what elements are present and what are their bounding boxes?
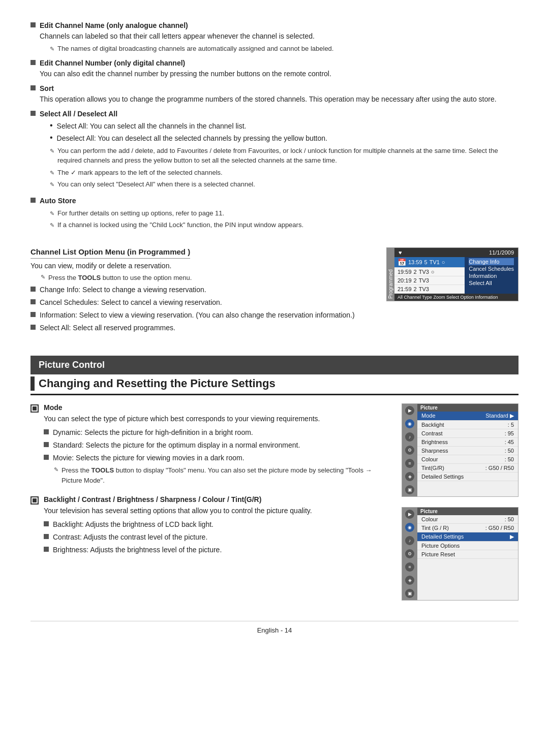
row-value-mode: Standard ▶ xyxy=(485,413,514,419)
list-item: Backlight: Adjusts the brightness of LCD… xyxy=(44,519,386,530)
tv-type-2: TV3 xyxy=(419,269,429,275)
note-item: ✎ The names of digital broadcasting chan… xyxy=(50,44,518,54)
sub-text: Select All: You can select all the chann… xyxy=(57,121,247,132)
tv-ch-4: 2 xyxy=(414,286,417,292)
note-icon: ✎ xyxy=(41,274,45,280)
note-item: ✎ If a channel is locked using the "Chil… xyxy=(50,220,518,230)
picture-menu-images: ▶ ◉ ♪ ⚙ ≡ ◈ ▣ Picture Mode Standard ▶ Ba… xyxy=(402,403,518,601)
row2-label-reset: Picture Reset xyxy=(421,551,455,557)
tv-date: 11/1/2009 xyxy=(489,249,514,256)
list-item: Auto Store ✎ For further details on sett… xyxy=(30,196,518,232)
item-text: Cancel Schedules: Select to cancel a vie… xyxy=(40,297,371,308)
picture-menu-1: ▶ ◉ ♪ ⚙ ≡ ◈ ▣ Picture Mode Standard ▶ Ba… xyxy=(402,403,518,497)
note-text: You can only select "Deselect All" when … xyxy=(57,179,518,190)
row-label-sharpness: Sharpness xyxy=(421,448,448,454)
tv-ch-1: 5 xyxy=(424,259,428,265)
sidebar-icon-5: ≡ xyxy=(405,459,414,468)
tv-type-4: TV3 xyxy=(419,286,429,292)
tv-time-2: 19:59 xyxy=(398,269,412,275)
picture-menu2-row-options: Picture Options xyxy=(417,542,518,550)
top-section: Edit Channel Name (only analogue channel… xyxy=(30,20,518,232)
row2-label-detailed: Detailed Settings xyxy=(421,533,464,540)
item-body: This operation allows you to change the … xyxy=(40,95,497,103)
note-icon: ✎ xyxy=(50,147,54,155)
row-value-backlight: : 5 xyxy=(508,422,514,428)
note-text: The names of digital broadcasting channe… xyxy=(57,44,518,54)
section-subtitle: Channel List Option Menu (in Programmed … xyxy=(30,247,190,259)
picture-control-text: Mode You can select the type of picture … xyxy=(30,403,386,601)
note-icon: ✎ xyxy=(54,466,58,473)
bullet-icon xyxy=(30,198,36,203)
item-text: Information: Select to view a viewing re… xyxy=(40,310,371,321)
row-value-colour: : 50 xyxy=(505,456,514,462)
list-item: Edit Channel Number (only digital channe… xyxy=(30,58,518,79)
item-text: Standard: Selects the picture for the op… xyxy=(53,440,386,451)
backlight-title: Backlight / Contrast / Brightness / Shar… xyxy=(44,495,386,503)
menu-item-cancel: Cancel Schedules xyxy=(469,265,514,272)
sidebar-icon-3: ♪ xyxy=(405,432,414,442)
bullet-icon xyxy=(44,547,49,552)
row2-label-tint: Tint (G / R) xyxy=(421,525,449,531)
row2-label-colour: Colour xyxy=(421,516,438,522)
list-item: Cancel Schedules: Select to cancel a vie… xyxy=(30,297,371,308)
mode-intro: You can select the type of picture which… xyxy=(44,414,386,424)
bullet-icon xyxy=(30,312,36,317)
note-icon: ✎ xyxy=(50,169,54,177)
sidebar2-icon-2: ◉ xyxy=(405,523,414,532)
mode-content: Mode You can select the type of picture … xyxy=(44,403,386,487)
item-text: Change Info: Select to change a viewing … xyxy=(40,285,371,295)
dot-icon: • xyxy=(50,134,53,142)
tv-context-menu: Change Info Cancel Schedules Information… xyxy=(465,257,518,294)
row-label-contrast: Contrast xyxy=(421,430,443,436)
sidebar2-icon-7: ▣ xyxy=(405,589,414,598)
bullet-icon xyxy=(30,22,36,27)
changing-header-block: Changing and Resetting the Picture Setti… xyxy=(30,376,518,395)
bullet-icon xyxy=(44,521,49,526)
page-footer: English - 14 xyxy=(30,621,518,634)
list-item: Select All / Deselect All • Select All: … xyxy=(30,109,518,192)
sub-bullet: • Deselect All: You can deselect all the… xyxy=(50,133,518,144)
tv-type-3: TV3 xyxy=(419,277,429,284)
sidebar-icon-6: ◈ xyxy=(405,472,414,481)
channel-list-tv-image: Programmed ♥ 11/1/2009 📅 13:59 5 TV1 xyxy=(386,247,518,336)
tv-channel-list: 📅 13:59 5 TV1 ○ 19:59 2 TV3 ○ xyxy=(394,257,465,294)
tv-ui-date-row: ♥ 11/1/2009 xyxy=(394,248,518,257)
checkbox-icon-backlight xyxy=(30,496,39,505)
picture-menu2-row-tint: Tint (G / R) : G50 / R50 xyxy=(417,524,518,532)
tv-time-1: 13:59 xyxy=(408,259,422,265)
sidebar2-icon-4: ⚙ xyxy=(405,549,414,558)
sidebar-icon-1: ▶ xyxy=(405,406,414,415)
menu-item-change: Change Info xyxy=(469,258,514,265)
tv-ui-content: ♥ 11/1/2009 📅 13:59 5 TV1 ○ xyxy=(394,248,518,301)
sidebar2-icon-5: ≡ xyxy=(405,562,414,572)
item-text: Select All: Select all reserved programm… xyxy=(40,323,371,333)
tv-time-4: 21:59 xyxy=(398,286,412,292)
tv-row-4: 21:59 2 TV3 xyxy=(394,285,465,294)
tv-row-2: 19:59 2 TV3 ○ xyxy=(394,268,465,276)
channel-list-section: Channel List Option Menu (in Programmed … xyxy=(30,247,518,336)
tv-ch-3: 2 xyxy=(414,277,417,284)
item-text: Contrast: Adjusts the contrast level of … xyxy=(53,532,386,543)
row2-value-detailed: ▶ xyxy=(510,533,514,540)
changing-header: Changing and Resetting the Picture Setti… xyxy=(39,377,276,390)
list-item: Brightness: Adjusts the brightness level… xyxy=(44,545,386,555)
row2-value-colour: : 50 xyxy=(505,516,514,522)
backlight-content: Backlight / Contrast / Brightness / Shar… xyxy=(44,495,386,557)
sidebar-icon-7: ▣ xyxy=(405,485,414,494)
note-item: ✎ You can perform the add / delete, add … xyxy=(50,146,518,166)
list-item: Sort This operation allows you to change… xyxy=(30,83,518,105)
tv-time-3: 20:19 xyxy=(398,277,412,284)
row-value-contrast: : 95 xyxy=(505,430,514,436)
footer-text: English - 14 xyxy=(257,626,292,634)
note-icon: ✎ xyxy=(50,209,54,218)
item-title: Edit Channel Number (only digital channe… xyxy=(40,59,185,67)
dot-icon: • xyxy=(50,121,53,130)
menu-item-select-all: Select All xyxy=(469,279,514,287)
sub-text: Deselect All: You can deselect all the s… xyxy=(57,133,327,144)
picture-sidebar-1: ▶ ◉ ♪ ⚙ ≡ ◈ ▣ xyxy=(402,404,417,496)
note-text: If a channel is locked using the "Child … xyxy=(57,220,518,230)
tv-ui-body: Programmed ♥ 11/1/2009 📅 13:59 5 TV1 xyxy=(387,248,518,301)
tv-ch-2: 2 xyxy=(414,269,417,275)
picture-menu-row-sharpness: Sharpness : 50 xyxy=(417,447,518,455)
row-label-tint: Tint(G/R) xyxy=(421,465,444,471)
